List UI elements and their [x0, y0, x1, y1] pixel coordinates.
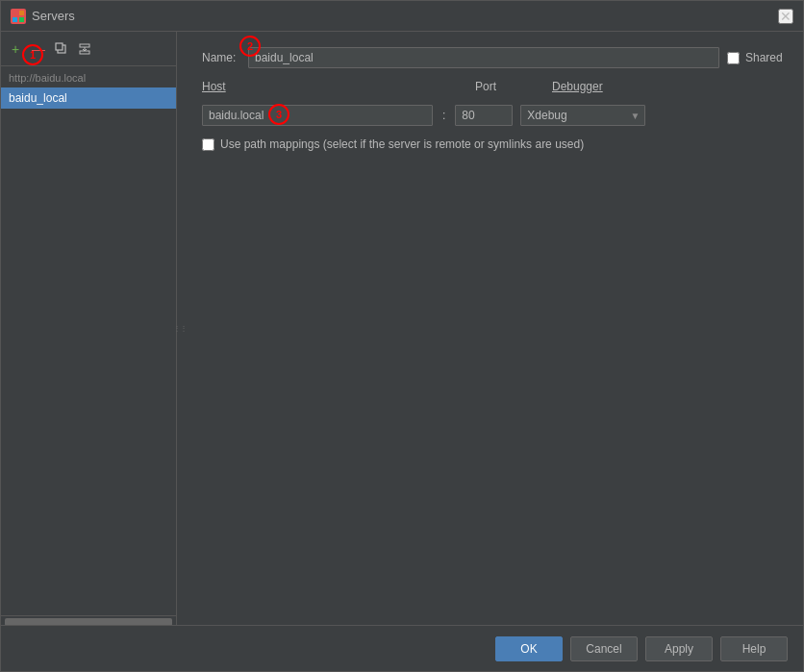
list-item[interactable]: http://baidu.local — [1, 68, 176, 87]
path-mapping-label: Use path mappings (select if the server … — [220, 137, 584, 151]
dialog-footer: OK Cancel Apply Help — [1, 625, 803, 671]
port-col-label: Port — [475, 80, 544, 93]
shared-checkbox[interactable] — [727, 52, 740, 64]
dialog-title: Servers — [32, 9, 75, 23]
path-mapping-row: Use path mappings (select if the server … — [202, 137, 784, 151]
port-separator: : — [442, 109, 445, 122]
column-labels: Host Port Debugger — [202, 80, 784, 93]
port-input[interactable] — [455, 105, 513, 126]
list-item[interactable]: baidu_local — [1, 87, 176, 109]
server-list: http://baidu.local baidu_local — [1, 66, 176, 615]
title-bar: Servers ✕ — [1, 1, 803, 32]
svg-rect-2 — [13, 17, 17, 22]
servers-dialog: Servers ✕ + — — [0, 0, 804, 672]
debugger-col-label: Debugger — [552, 80, 603, 93]
cancel-button[interactable]: Cancel — [570, 636, 638, 661]
debugger-select[interactable]: Xdebug Zend Debugger — [520, 105, 645, 126]
name-input[interactable] — [248, 47, 719, 68]
title-bar-left: Servers — [11, 9, 75, 24]
copy-server-button[interactable] — [51, 38, 72, 60]
server-toolbar: + — — [1, 32, 176, 66]
list-scrollbar — [1, 615, 176, 625]
help-button[interactable]: Help — [720, 636, 788, 661]
shared-row: Shared — [727, 51, 784, 64]
right-panel: Name: Shared Host Port Debugger : — [183, 32, 803, 625]
svg-rect-6 — [80, 44, 89, 47]
name-shared-row: Name: Shared — [202, 47, 784, 68]
svg-rect-0 — [13, 11, 17, 15]
apply-button[interactable]: Apply — [645, 636, 713, 661]
debugger-select-wrapper: Xdebug Zend Debugger ▼ — [520, 105, 645, 126]
name-label: Name: — [202, 51, 240, 64]
host-col-label: Host — [202, 80, 440, 93]
svg-rect-3 — [19, 17, 24, 22]
host-input[interactable] — [202, 105, 433, 126]
path-mapping-checkbox[interactable] — [202, 138, 214, 151]
svg-rect-5 — [56, 43, 63, 50]
host-port-debugger-row: : Xdebug Zend Debugger ▼ — [202, 105, 784, 126]
move-server-button[interactable] — [74, 38, 95, 60]
add-server-button[interactable]: + — [5, 38, 26, 60]
scrollbar-thumb — [5, 618, 172, 625]
svg-rect-1 — [19, 11, 24, 15]
ok-button[interactable]: OK — [495, 636, 563, 661]
close-button[interactable]: ✕ — [778, 9, 793, 24]
remove-server-button[interactable]: — — [28, 38, 49, 60]
left-panel: + — http:// — [1, 32, 177, 625]
shared-label: Shared — [745, 51, 784, 64]
dialog-body: + — http:// — [1, 32, 803, 625]
app-icon — [11, 9, 26, 24]
